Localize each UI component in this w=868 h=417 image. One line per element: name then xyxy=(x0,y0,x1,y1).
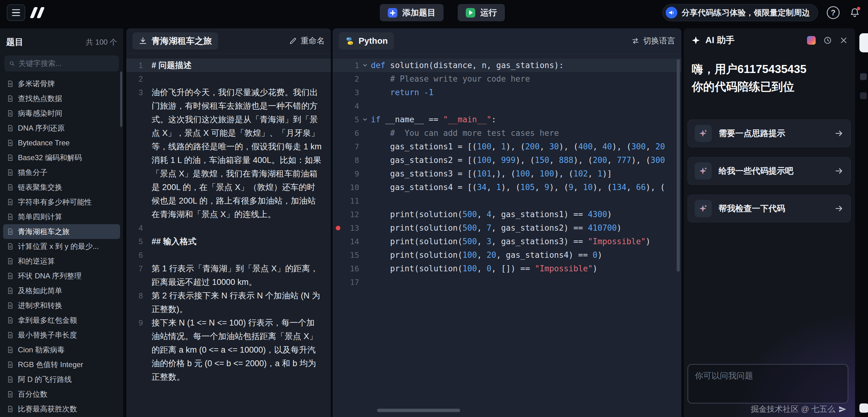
sidebar-item[interactable]: 查找热点数据 xyxy=(3,91,120,106)
search-input[interactable] xyxy=(19,59,114,68)
vertical-scrollbar[interactable] xyxy=(677,59,680,271)
code-line[interactable]: 17 xyxy=(333,275,681,289)
horizontal-scrollbar[interactable] xyxy=(377,409,460,412)
sidebar-item[interactable]: 病毒感染时间 xyxy=(3,106,120,121)
switch-language-button[interactable]: 切换语言 xyxy=(631,35,675,46)
description-text: 接下来 N (1 <= N <= 100) 行表示，每一个加油站情况。每一个加油… xyxy=(152,316,331,384)
description-text: 第 2 行表示接下来 N 行表示 N 个加油站 (N 为正整数)。 xyxy=(152,289,331,316)
chevron-down-icon[interactable] xyxy=(362,62,368,68)
fold-gutter[interactable] xyxy=(359,62,371,68)
sidebar-item[interactable]: Bytedance Tree xyxy=(3,135,120,150)
document-icon xyxy=(7,110,13,117)
sidebar-item[interactable]: 百分位数 xyxy=(3,387,120,402)
notifications-button[interactable] xyxy=(848,6,861,19)
ai-suggestion-card[interactable]: 帮我检查一下代码 xyxy=(687,195,851,222)
code-line[interactable]: 8 gas_stations2 = [(100, 999), (150, 888… xyxy=(333,153,681,167)
document-icon xyxy=(7,317,13,324)
code-line[interactable]: 14 print(solution(500, 3, gas_stations3)… xyxy=(333,235,681,248)
problem-title-chip[interactable]: 青海湖租车之旅 xyxy=(132,32,218,50)
code-line[interactable]: 6 # You can add more test cases here xyxy=(333,126,681,140)
run-button[interactable]: 运行 xyxy=(458,4,505,21)
code-text[interactable]: gas_stations1 = [(100, 1), (200, 30), (4… xyxy=(371,140,681,153)
menu-button[interactable] xyxy=(7,4,25,21)
ai-input-field[interactable] xyxy=(688,365,848,403)
sidebar-item[interactable]: 最小替换子串长度 xyxy=(3,328,120,343)
chevron-down-icon[interactable] xyxy=(362,117,368,123)
fold-gutter[interactable] xyxy=(359,117,371,123)
code-line[interactable]: 5 if __name__ == "__main__": xyxy=(333,113,681,126)
edge-icon[interactable] xyxy=(860,73,867,80)
sidebar-item-label: 查找热点数据 xyxy=(18,94,62,103)
sidebar-item[interactable]: 比赛最高获胜次数 xyxy=(3,402,120,416)
sidebar-item[interactable]: 多米诺骨牌 xyxy=(3,76,120,91)
sidebar-item[interactable]: RGB 色值转 Integer xyxy=(3,357,120,372)
code-text[interactable]: print(solution(500, 3, gas_stations3) ==… xyxy=(371,235,681,248)
code-text[interactable]: gas_stations2 = [(100, 999), (150, 888),… xyxy=(371,153,681,167)
sidebar-item-label: Bytedance Tree xyxy=(18,138,70,147)
promo-banner[interactable]: 分享代码练习体验，领限量定制周边 xyxy=(662,4,818,21)
code-line[interactable]: 10 gas_stations4 = [(34, 1), (105, 9), (… xyxy=(333,181,681,194)
sidebar-item[interactable]: 简单四则计算 xyxy=(3,210,120,224)
sidebar-item-label: 链表聚集交换 xyxy=(18,182,62,192)
sidebar-item[interactable]: 环状 DNA 序列整理 xyxy=(3,268,120,283)
code-text[interactable]: gas_stations3 = [(101,), (100, 100), (10… xyxy=(371,167,681,181)
sidebar-item[interactable]: 字符串有多少种可能性 xyxy=(3,195,120,210)
code-line[interactable]: 13 print(solution(500, 7, gas_stations2)… xyxy=(333,221,681,235)
sidebar-item[interactable]: 青海湖租车之旅 xyxy=(3,224,120,239)
rename-button[interactable]: 重命名 xyxy=(289,35,324,46)
code-line[interactable]: 9 gas_stations3 = [(101,), (100, 100), (… xyxy=(333,167,681,181)
sidebar-item[interactable]: Base32 编码和解码 xyxy=(3,150,120,165)
breakpoint-gutter[interactable] xyxy=(333,226,343,230)
search-box[interactable] xyxy=(4,56,119,71)
code-line[interactable]: 4 xyxy=(333,99,681,113)
ai-suggestion-card[interactable]: 需要一点思路提示 xyxy=(687,120,851,147)
language-chip[interactable]: Python xyxy=(339,32,394,50)
sidebar-item[interactable]: Cion 勒索病毒 xyxy=(3,343,120,357)
help-button[interactable]: ? xyxy=(827,6,840,19)
code-line[interactable]: 1 def solution(distance, n, gas_stations… xyxy=(333,59,681,72)
sidebar-item[interactable]: 及格如此简单 xyxy=(3,283,120,298)
document-icon xyxy=(7,214,13,220)
code-line[interactable]: 3 return -1 xyxy=(333,86,681,99)
sidebar-item[interactable]: DNA 序列还原 xyxy=(3,121,120,135)
description-editor[interactable]: 1# 问题描述23油价飞升的今天，我们尽量减少花费。我们出门旅游，有时候租车去旅… xyxy=(126,54,331,384)
history-button[interactable] xyxy=(823,36,832,45)
breakpoint-dot[interactable] xyxy=(336,226,340,230)
code-editor[interactable]: 1 def solution(distance, n, gas_stations… xyxy=(333,54,681,289)
code-text[interactable]: return -1 xyxy=(371,86,681,99)
ai-suggestion-card[interactable]: 给我一些代码提示吧 xyxy=(687,157,851,185)
theme-palette-icon[interactable] xyxy=(807,36,816,45)
code-line[interactable]: 7 gas_stations1 = [(100, 1), (200, 30), … xyxy=(333,140,681,153)
document-icon xyxy=(7,332,13,339)
edge-icon-2[interactable] xyxy=(860,92,867,99)
edge-bottom-button[interactable] xyxy=(859,404,868,413)
code-text[interactable]: # You can add more test cases here xyxy=(371,126,681,140)
ai-input-box[interactable] xyxy=(687,364,848,404)
sidebar-item[interactable]: 和的逆运算 xyxy=(3,254,120,268)
code-line[interactable]: 2 # Please write your code here xyxy=(333,72,681,86)
code-line[interactable]: 16 print(solution(100, 0, []) == "Imposs… xyxy=(333,262,681,275)
code-text[interactable]: # Please write your code here xyxy=(371,72,681,86)
sidebar-item[interactable]: 拿到最多红包金额 xyxy=(3,313,120,328)
sidebar-item[interactable]: 进制求和转换 xyxy=(3,298,120,313)
sidebar-item[interactable]: 猫鱼分子 xyxy=(3,165,120,180)
sidebar-item[interactable]: 阿 D 的飞行路线 xyxy=(3,372,120,387)
code-text[interactable]: print(solution(500, 4, gas_stations1) ==… xyxy=(371,207,681,221)
sidebar-item[interactable]: 计算位置 x 到 y 的最少... xyxy=(3,239,120,254)
code-text[interactable]: gas_stations4 = [(34, 1), (105, 9), (9, … xyxy=(371,181,681,194)
code-text[interactable]: print(solution(500, 7, gas_stations2) ==… xyxy=(371,221,681,235)
add-problem-button[interactable]: 添加题目 xyxy=(380,4,443,21)
sidebar-item[interactable]: 链表聚集交换 xyxy=(3,180,120,195)
code-text[interactable]: print(solution(100, 20, gas_stations4) =… xyxy=(371,248,681,262)
code-text[interactable]: print(solution(100, 0, []) == "Impossibl… xyxy=(371,262,681,275)
code-text[interactable]: if __name__ == "__main__": xyxy=(371,113,681,126)
sidebar-scrollbar[interactable] xyxy=(120,71,122,127)
code-line[interactable]: 15 print(solution(100, 20, gas_stations4… xyxy=(333,248,681,262)
close-button[interactable] xyxy=(840,36,848,44)
code-line[interactable]: 11 xyxy=(333,194,681,207)
code-line[interactable]: 12 print(solution(500, 4, gas_stations1)… xyxy=(333,207,681,221)
line-number: 7 xyxy=(343,142,359,151)
floating-button-fragment[interactable] xyxy=(859,33,868,52)
paper-plane-icon xyxy=(838,405,846,413)
code-text[interactable]: def solution(distance, n, gas_stations): xyxy=(371,59,681,72)
